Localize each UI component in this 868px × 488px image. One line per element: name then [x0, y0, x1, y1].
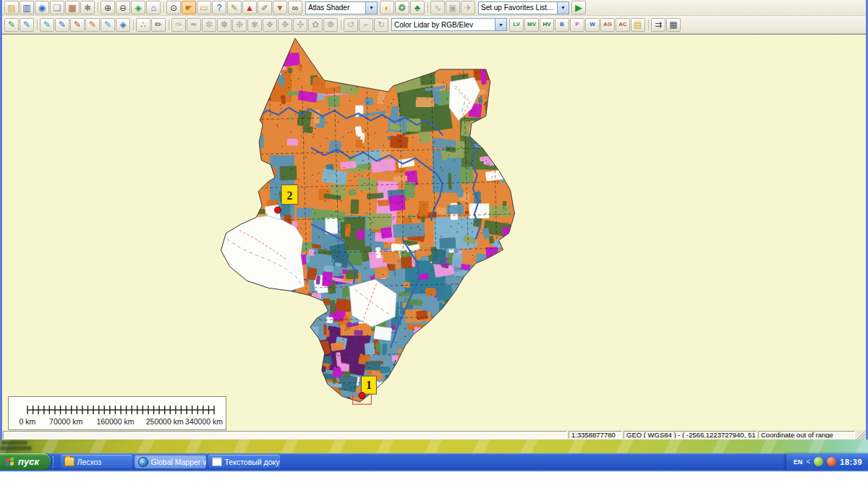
- chevron-down-icon[interactable]: ▼: [557, 2, 569, 14]
- lidar-reclassify-icon: ⇉: [655, 20, 662, 29]
- toolbar-separator: [131, 18, 136, 32]
- map-canvas[interactable]: 21: [2, 35, 866, 430]
- create-line-button[interactable]: ✎: [20, 18, 34, 32]
- shader-combo[interactable]: Atlas Shader▼: [305, 1, 378, 14]
- view-shed-button[interactable]: ▲: [242, 1, 257, 14]
- lidar-auto-classify-button[interactable]: AC: [616, 18, 630, 32]
- path-profile-button[interactable]: ✐: [258, 1, 272, 14]
- create-buffer-button[interactable]: ✎: [85, 18, 100, 32]
- lidar-water-button[interactable]: W: [585, 18, 600, 32]
- toolbar-separator: [425, 1, 430, 14]
- digitizer-adv-9-icon: ✣: [297, 20, 304, 29]
- home-view-button[interactable]: ⌂: [146, 1, 161, 14]
- lidar-building-button[interactable]: B: [555, 18, 569, 32]
- create-line-icon: ✎: [23, 20, 30, 29]
- resize-grip[interactable]: [856, 431, 865, 440]
- windows-flag-icon: [6, 457, 14, 466]
- digitizer-tool-button[interactable]: ✎: [227, 1, 242, 14]
- save-file-button[interactable]: ▥: [20, 1, 34, 14]
- open-file-button[interactable]: ▤: [4, 1, 19, 14]
- funnel-tool-button[interactable]: ▼: [273, 1, 287, 14]
- run-favorite-icon: ▶: [575, 3, 582, 12]
- task-buttons: ЛесхозGlobal Mapper v16....Текстовый док…: [59, 455, 281, 468]
- vegetation-shading-button[interactable]: ♣: [410, 1, 425, 14]
- tray-icon-orange[interactable]: [827, 457, 836, 466]
- map-area[interactable]: 21 0 km70000 km160000 km250000 km340000 …: [2, 34, 866, 430]
- overlay-control-center-icon: ▦: [68, 4, 76, 12]
- digitizer-adv-2-icon: ✒: [190, 20, 197, 29]
- toolbar-separator: [161, 1, 166, 14]
- create-coverage-button[interactable]: ✎: [70, 18, 85, 32]
- chevron-down-icon[interactable]: ▼: [495, 19, 506, 30]
- create-range-ring-button[interactable]: ✎: [55, 18, 69, 32]
- edit-feature-button[interactable]: ✏: [151, 18, 166, 32]
- workspace-button[interactable]: ❏: [50, 1, 64, 14]
- hill-shading-button[interactable]: ◐: [380, 1, 394, 14]
- task-button-note[interactable]: Текстовый докум...: [208, 455, 280, 468]
- save-file-icon: ▥: [22, 4, 30, 12]
- create-grid-button[interactable]: ◈: [116, 18, 130, 32]
- lidar-high-veg-button[interactable]: HV: [540, 18, 554, 32]
- digitizer-adv-4-button: ✽: [217, 18, 231, 32]
- create-area-button[interactable]: ✎: [4, 18, 19, 32]
- digitizer-adv-11-icon: ❁: [327, 20, 334, 29]
- note-icon: [212, 457, 222, 466]
- zoom-extents-button[interactable]: ◈: [131, 1, 145, 14]
- configuration-button[interactable]: ✱: [80, 1, 95, 14]
- lidar-palette-button[interactable]: ▦: [666, 18, 681, 32]
- digitizer-adv-1-button: ✑: [171, 18, 186, 32]
- digitizer-adv-2-button: ✒: [187, 18, 201, 32]
- lidar-low-veg-button[interactable]: LV: [509, 18, 524, 32]
- create-multi-point-button[interactable]: ∴: [136, 18, 150, 32]
- lidar-reclassify-button[interactable]: ⇉: [651, 18, 665, 32]
- overlay-control-center-button[interactable]: ▦: [65, 1, 80, 14]
- zoom-tool-icon: ⊙: [170, 4, 177, 12]
- favorites-combo[interactable]: Set up Favorites List...▼: [478, 1, 569, 14]
- scale-bar: 0 km70000 km160000 km250000 km340000 km: [8, 396, 226, 430]
- status-bar: 1:3358877780 GEO ( WGS84 ) - ( -2566.122…: [2, 430, 866, 440]
- task-button-folder[interactable]: Лесхоз: [61, 455, 132, 468]
- digitizer-adv-10-button: ✿: [308, 18, 323, 32]
- zoom-extents-icon: ◈: [135, 4, 141, 12]
- create-point-button[interactable]: ✎: [40, 18, 54, 32]
- feature-info-icon: ?: [217, 4, 222, 12]
- lidar-water-icon: W: [590, 22, 595, 27]
- create-lake-button[interactable]: ✎: [101, 18, 115, 32]
- tray-chevron-icon[interactable]: <: [807, 458, 811, 466]
- digitizer-adv-6-button: ✾: [247, 18, 262, 32]
- language-indicator[interactable]: EN: [793, 458, 803, 466]
- lidar-med-veg-button[interactable]: MV: [524, 18, 539, 32]
- pan-tool-button[interactable]: ☛: [182, 1, 196, 14]
- tray-icon-green[interactable]: [814, 457, 823, 466]
- toolbar-separator: [166, 18, 171, 32]
- desktop-icon-label: [0, 446, 32, 450]
- lidar-above-ground-button[interactable]: AG: [600, 18, 615, 32]
- status-position: GEO ( WGS84 ) - ( -2566.1223727940, 5154…: [624, 431, 757, 439]
- zoom-in-button[interactable]: ⊕: [101, 1, 115, 14]
- create-multi-point-icon: ∴: [140, 20, 146, 29]
- search-tool-button[interactable]: ∞: [288, 1, 302, 14]
- lidar-med-veg-icon: MV: [527, 22, 536, 27]
- lidar-powerline-button[interactable]: P: [570, 18, 584, 32]
- funnel-tool-icon: ▼: [276, 4, 284, 12]
- view-3d-icon: ▣: [448, 4, 456, 12]
- zoom-out-button[interactable]: ⊖: [116, 1, 130, 14]
- digitizer-adv-3-icon: ✼: [205, 20, 213, 29]
- redo-edit-icon: ↻: [378, 20, 385, 29]
- start-button[interactable]: пуск: [0, 453, 51, 470]
- world-globe-button[interactable]: ◉: [35, 1, 49, 14]
- run-favorite-button[interactable]: ▶: [571, 1, 586, 14]
- globe-icon: [138, 457, 148, 467]
- measure-tool-button[interactable]: ▭: [197, 1, 211, 14]
- search-tool-icon: ∞: [292, 4, 299, 12]
- zoom-tool-button[interactable]: ⊙: [166, 1, 181, 14]
- lidar-note-button[interactable]: ▤: [631, 18, 645, 32]
- water-shading-button[interactable]: ❂: [395, 1, 409, 14]
- start-label: пуск: [18, 456, 39, 467]
- scale-label: 160000 km: [96, 417, 134, 426]
- task-button-globe[interactable]: Global Mapper v16....: [135, 455, 206, 468]
- chevron-down-icon[interactable]: ▼: [365, 2, 377, 14]
- lidar-draw-combo[interactable]: Color Lidar by RGB/Elev▼: [391, 18, 507, 31]
- create-coverage-icon: ✎: [74, 20, 81, 29]
- feature-info-button[interactable]: ?: [212, 1, 226, 14]
